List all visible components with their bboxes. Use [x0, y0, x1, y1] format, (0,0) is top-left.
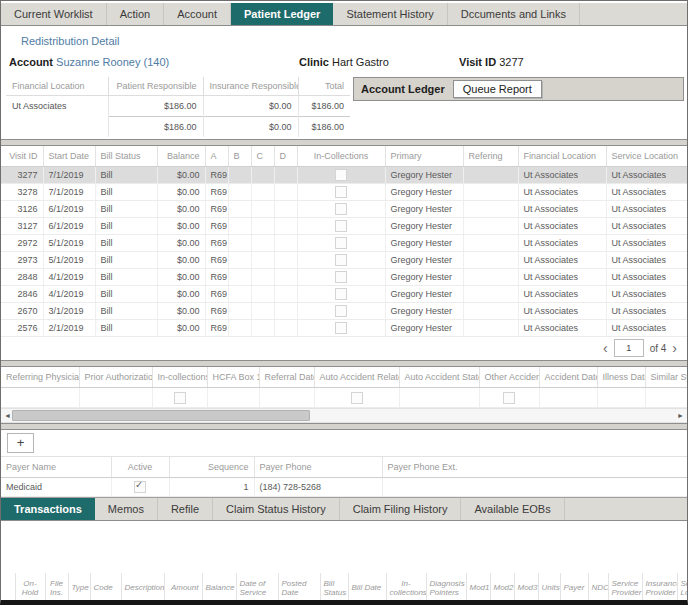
- tx-col-ndc[interactable]: NDC: [588, 573, 608, 604]
- page-input[interactable]: [614, 339, 644, 357]
- next-page-icon[interactable]: ›: [672, 342, 677, 354]
- visit-col-refering[interactable]: Refering: [463, 146, 518, 167]
- checkbox[interactable]: [335, 203, 347, 215]
- detail-col-prior-authorization[interactable]: Prior Authorization: [79, 367, 152, 388]
- detail-col-similar-symptom-date[interactable]: Similar Symptom Date: [645, 367, 687, 388]
- tx-col-diagnosis-pointers[interactable]: Diagnosis Pointers: [426, 573, 466, 604]
- visit-row[interactable]: 28484/1/2019Bill$0.00R69Gregory HesterUt…: [1, 269, 687, 286]
- checkbox[interactable]: [335, 271, 347, 283]
- checkbox[interactable]: [335, 305, 347, 317]
- tx-col-code[interactable]: Code: [90, 573, 121, 604]
- visit-col-d[interactable]: D: [274, 146, 297, 167]
- tab-statement-history[interactable]: Statement History: [333, 3, 447, 25]
- visit-row[interactable]: 31266/1/2019Bill$0.00R69Gregory HesterUt…: [1, 201, 687, 218]
- visit-row[interactable]: 29735/1/2019Bill$0.00R69Gregory HesterUt…: [1, 252, 687, 269]
- payer-col-active[interactable]: Active: [111, 457, 169, 478]
- visit-col-b[interactable]: B: [228, 146, 251, 167]
- tx-col-service-provider[interactable]: Service Provider: [608, 573, 642, 604]
- tx-col-mod1[interactable]: Mod1: [466, 573, 490, 604]
- checkbox[interactable]: [335, 237, 347, 249]
- checkbox[interactable]: [503, 392, 515, 404]
- tx-col-blank[interactable]: [1, 573, 15, 604]
- payer-col-payer-phone[interactable]: Payer Phone: [254, 457, 382, 478]
- visit-col-a[interactable]: A: [205, 146, 228, 167]
- tx-col-mod3[interactable]: Mod3: [514, 573, 538, 604]
- checkbox[interactable]: [174, 392, 186, 404]
- tx-col-posted-date[interactable]: Posted Date: [278, 573, 320, 604]
- checkbox[interactable]: [335, 288, 347, 300]
- tx-col-type[interactable]: Type: [68, 573, 90, 604]
- detail-col-in-collections[interactable]: In-collections: [152, 367, 207, 388]
- detail-col-auto-accident-state[interactable]: Auto Accident State: [399, 367, 479, 388]
- tab-memos[interactable]: Memos: [95, 498, 158, 520]
- checkbox[interactable]: [335, 169, 347, 181]
- add-payer-button[interactable]: +: [7, 433, 34, 453]
- account-name-link[interactable]: Suzanne Rooney (140): [56, 56, 169, 68]
- tab-patient-ledger[interactable]: Patient Ledger: [231, 3, 333, 25]
- visit-col-primary[interactable]: Primary: [385, 146, 463, 167]
- visit-row[interactable]: 29725/1/2019Bill$0.00R69Gregory HesterUt…: [1, 235, 687, 252]
- payer-col-payer-phone-ext[interactable]: Payer Phone Ext.: [382, 457, 687, 478]
- visit-col-visit-id[interactable]: Visit ID: [1, 146, 43, 167]
- detail-col-referring-physician[interactable]: Referring Physician: [1, 367, 79, 388]
- queue-report-button[interactable]: Queue Report: [453, 80, 542, 98]
- tab-claim-filing-history[interactable]: Claim Filing History: [340, 498, 462, 520]
- visit-row[interactable]: 31276/1/2019Bill$0.00R69Gregory HesterUt…: [1, 218, 687, 235]
- tab-account[interactable]: Account: [164, 3, 231, 25]
- tx-col-description[interactable]: Description: [121, 573, 164, 604]
- tab-available-eobs[interactable]: Available EOBs: [461, 498, 564, 520]
- payer-col-sequence[interactable]: Sequence: [169, 457, 254, 478]
- tx-col-on-hold[interactable]: On-Hold: [15, 573, 45, 604]
- visit-row[interactable]: 25762/1/2019Bill$0.00R69Gregory HesterUt…: [1, 320, 687, 337]
- tx-col-date-of-service[interactable]: Date of Service: [236, 573, 278, 604]
- tx-col-file-ins[interactable]: File Ins.: [45, 573, 68, 604]
- checkbox[interactable]: [351, 392, 363, 404]
- tx-col-in-collections[interactable]: In-collections: [386, 573, 426, 604]
- tx-col-amount[interactable]: Amount: [164, 573, 202, 604]
- tx-col-service-location[interactable]: Service Location: [677, 573, 687, 604]
- tab-dccuments-and-links[interactable]: Dccuments and Links: [448, 3, 580, 25]
- tab-action[interactable]: Action: [107, 3, 165, 25]
- visit-row[interactable]: 26703/1/2019Bill$0.00R69Gregory HesterUt…: [1, 303, 687, 320]
- tx-col-mod2[interactable]: Mod2: [490, 573, 514, 604]
- payer-col-payer-name[interactable]: Payer Name: [1, 457, 111, 478]
- visit-col-service-location[interactable]: Service Location: [606, 146, 687, 167]
- tab-current-worklist[interactable]: Current Worklist: [1, 3, 107, 25]
- visit-col-c[interactable]: C: [251, 146, 274, 167]
- redistribution-detail-link[interactable]: Redistribution Detail: [21, 35, 119, 47]
- payer-row[interactable]: Medicaid1(184) 728-5268: [1, 478, 687, 497]
- visit-col-balance[interactable]: Balance: [157, 146, 205, 167]
- tab-refile[interactable]: Refile: [158, 498, 213, 520]
- checkbox[interactable]: [335, 322, 347, 334]
- checkbox[interactable]: [335, 254, 347, 266]
- visit-row[interactable]: 28464/1/2019Bill$0.00R69Gregory HesterUt…: [1, 286, 687, 303]
- tx-col-insurance-provider[interactable]: Insurance Provider: [642, 573, 677, 604]
- tab-claim-status-history[interactable]: Claim Status History: [213, 498, 340, 520]
- visit-col-start-date[interactable]: Start Date: [43, 146, 95, 167]
- scroll-left-icon[interactable]: ◄: [4, 410, 11, 421]
- visit-row[interactable]: 32777/1/2019Bill$0.00R69Gregory HesterUt…: [1, 167, 687, 184]
- detail-col-illness-date[interactable]: Illness Date: [597, 367, 645, 388]
- scroll-right-icon[interactable]: ►: [677, 410, 684, 421]
- detail-col-hcfa-box-19[interactable]: HCFA Box 19: [207, 367, 259, 388]
- visit-row[interactable]: 32787/1/2019Bill$0.00R69Gregory HesterUt…: [1, 184, 687, 201]
- scrollbar-thumb[interactable]: [12, 410, 310, 421]
- tx-col-bill-date[interactable]: Bill Date: [348, 573, 386, 604]
- checkbox[interactable]: [335, 220, 347, 232]
- tx-col-balance[interactable]: Balance: [202, 573, 236, 604]
- tx-col-units[interactable]: Units: [538, 573, 560, 604]
- checkbox[interactable]: [134, 481, 146, 493]
- tx-col-payer[interactable]: Payer: [560, 573, 588, 604]
- tab-transactions[interactable]: Transactions: [1, 498, 95, 520]
- checkbox[interactable]: [335, 186, 347, 198]
- detail-col-accident-date[interactable]: Accident Date: [539, 367, 597, 388]
- visit-col-in-collections[interactable]: In-Collections: [297, 146, 385, 167]
- detail-col-auto-accident-related[interactable]: Auto Accident Related: [314, 367, 399, 388]
- visit-col-bill-status[interactable]: Bill Status: [95, 146, 157, 167]
- detail-col-other-accident[interactable]: Other Accident: [479, 367, 539, 388]
- tx-col-bill-status[interactable]: Bill Status: [320, 573, 348, 604]
- detail-col-referral-date[interactable]: Referral Date: [259, 367, 314, 388]
- visit-col-financial-location[interactable]: Financial Location: [518, 146, 606, 167]
- detail-row[interactable]: [1, 388, 687, 408]
- prev-page-icon[interactable]: ‹: [603, 342, 608, 354]
